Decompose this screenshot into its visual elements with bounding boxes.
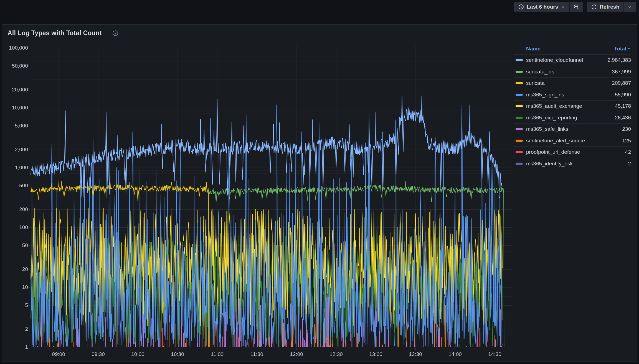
legend-row: suricata_ids367,999 bbox=[514, 66, 631, 78]
y-tick-label: 10 bbox=[2, 284, 28, 291]
legend-series-total: 209,887 bbox=[612, 80, 631, 86]
legend-series-name[interactable]: suricata_ids bbox=[526, 69, 554, 75]
legend-row: ms365_safe_links230 bbox=[514, 123, 631, 135]
y-tick-label: 500 bbox=[2, 182, 28, 189]
y-tick-label: 2,000 bbox=[2, 146, 28, 153]
y-tick-label: 100,000 bbox=[2, 45, 28, 51]
y-tick-label: 20,000 bbox=[2, 86, 28, 93]
y-tick-label: 5 bbox=[2, 302, 28, 309]
legend-table: Name Total sentinelone_cloudfunnel2,984,… bbox=[514, 43, 635, 169]
refresh-icon bbox=[591, 4, 597, 10]
legend-series-total: 2 bbox=[628, 161, 631, 167]
legend-row: ms365_audit_exchange45,178 bbox=[514, 100, 631, 112]
y-tick-label: 50 bbox=[2, 242, 28, 249]
x-tick-label: 14:00 bbox=[443, 351, 468, 358]
refresh-interval-dropdown[interactable] bbox=[623, 2, 636, 12]
x-tick-label: 12:00 bbox=[284, 351, 309, 358]
x-tick-label: 09:30 bbox=[86, 351, 111, 358]
series-color-swatch bbox=[516, 163, 523, 165]
y-tick-label: 1,000 bbox=[2, 164, 28, 171]
legend-row: sentinelone_alert_source125 bbox=[514, 135, 631, 147]
refresh-button[interactable]: Refresh bbox=[587, 2, 623, 12]
legend-column-total[interactable]: Total bbox=[614, 46, 631, 52]
y-tick-label: 10,000 bbox=[2, 104, 28, 111]
y-tick-label: 20 bbox=[2, 266, 28, 273]
info-icon[interactable] bbox=[112, 30, 118, 37]
chevron-down-icon bbox=[628, 5, 632, 9]
legend-series-total: 42 bbox=[625, 149, 631, 155]
y-tick-label: 200 bbox=[2, 206, 28, 213]
series-color-swatch bbox=[516, 140, 523, 142]
time-range-picker[interactable]: Last 6 hours bbox=[514, 2, 569, 12]
y-tick-label: 1 bbox=[2, 344, 28, 350]
legend-series-name[interactable]: proofpoint_url_defense bbox=[526, 149, 580, 155]
refresh-controls-group: Refresh bbox=[587, 2, 636, 12]
y-tick-label: 50,000 bbox=[2, 63, 28, 69]
legend-row: proofpoint_url_defense42 bbox=[514, 146, 631, 158]
timeseries-panel: All Log Types with Total Count 100,00050… bbox=[2, 24, 637, 362]
x-tick-label: 11:30 bbox=[244, 351, 269, 358]
legend-row: suricata209,887 bbox=[514, 77, 631, 89]
x-tick-label: 10:30 bbox=[165, 351, 190, 358]
x-tick-label: 09:00 bbox=[46, 351, 71, 358]
x-tick-label: 13:30 bbox=[403, 351, 428, 358]
zoom-out-button[interactable] bbox=[569, 2, 583, 12]
chevron-down-icon bbox=[561, 5, 565, 9]
legend-series-name[interactable]: suricata bbox=[526, 80, 545, 86]
y-tick-label: 5,000 bbox=[2, 122, 28, 129]
x-tick-label: 10:00 bbox=[125, 351, 150, 358]
grafana-dashboard: Last 6 hours bbox=[0, 0, 639, 364]
top-toolbar: Last 6 hours bbox=[0, 0, 639, 14]
series-color-swatch bbox=[516, 82, 523, 84]
legend-rows: sentinelone_cloudfunnel2,984,383suricata… bbox=[514, 54, 631, 169]
y-tick-label: 2 bbox=[2, 326, 28, 332]
series-color-swatch bbox=[516, 151, 523, 153]
series-color-swatch bbox=[516, 117, 523, 119]
x-tick-label: 11:00 bbox=[205, 351, 230, 358]
legend-row: ms365_identity_risk2 bbox=[514, 158, 631, 170]
legend-series-total: 45,178 bbox=[615, 103, 631, 109]
legend-series-total: 55,990 bbox=[615, 92, 631, 98]
series-color-swatch bbox=[516, 71, 523, 73]
legend-series-total: 2,984,383 bbox=[607, 57, 631, 63]
legend-series-total: 230 bbox=[622, 126, 631, 132]
legend-header: Name Total bbox=[514, 43, 631, 54]
x-tick-label: 12:30 bbox=[324, 351, 349, 358]
legend-row: sentinelone_cloudfunnel2,984,383 bbox=[514, 54, 631, 66]
zoom-out-icon bbox=[574, 4, 579, 10]
legend-series-name[interactable]: sentinelone_cloudfunnel bbox=[526, 57, 583, 63]
legend-series-total: 125 bbox=[622, 138, 631, 144]
legend-series-total: 367,999 bbox=[612, 69, 631, 75]
legend-series-name[interactable]: ms365_sign_ins bbox=[526, 92, 564, 98]
clock-icon bbox=[518, 4, 524, 10]
y-tick-label: 100 bbox=[2, 224, 28, 231]
legend-series-total: 26,436 bbox=[615, 115, 631, 121]
legend-column-name[interactable]: Name bbox=[526, 46, 541, 52]
time-range-label: Last 6 hours bbox=[527, 4, 558, 10]
x-tick-label: 14:30 bbox=[482, 351, 507, 358]
sort-desc-icon bbox=[627, 46, 631, 52]
legend-series-name[interactable]: ms365_exo_reporting bbox=[526, 115, 577, 121]
legend-row: ms365_sign_ins55,990 bbox=[514, 89, 631, 101]
series-color-swatch bbox=[516, 105, 523, 107]
legend-series-name[interactable]: ms365_audit_exchange bbox=[526, 103, 582, 109]
legend-row: ms365_exo_reporting26,436 bbox=[514, 112, 631, 124]
series-color-swatch bbox=[516, 59, 523, 61]
series-color-swatch bbox=[516, 128, 523, 130]
x-tick-label: 13:00 bbox=[363, 351, 388, 358]
time-controls-group: Last 6 hours bbox=[514, 2, 583, 12]
panel-title[interactable]: All Log Types with Total Count bbox=[7, 29, 102, 37]
refresh-label: Refresh bbox=[600, 4, 619, 10]
legend-series-name[interactable]: ms365_safe_links bbox=[526, 126, 568, 132]
legend-series-name[interactable]: sentinelone_alert_source bbox=[526, 138, 585, 144]
series-color-swatch bbox=[516, 94, 523, 96]
legend-series-name[interactable]: ms365_identity_risk bbox=[526, 161, 573, 167]
